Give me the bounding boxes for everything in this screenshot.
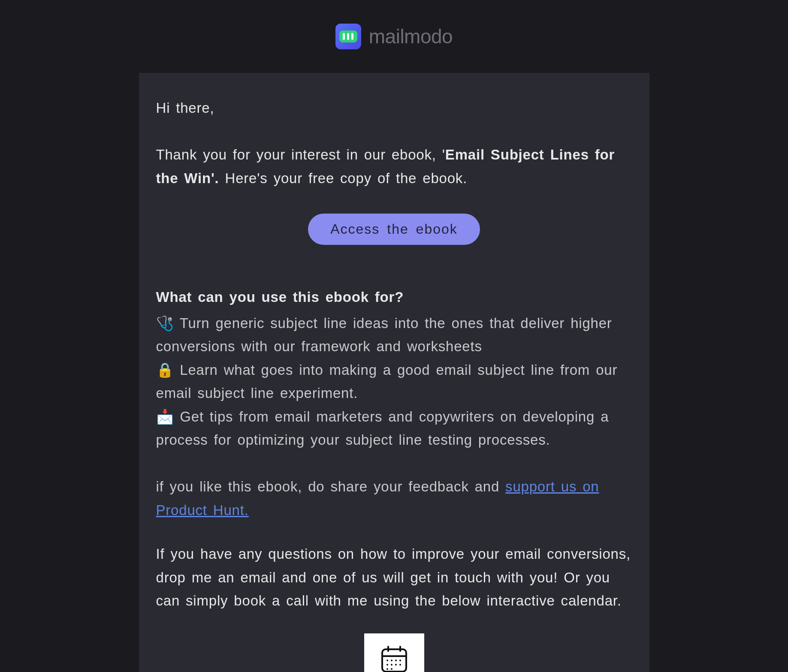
section-title: What can you use this ebook for? <box>156 286 632 309</box>
intro-suffix: Here's your free copy of the ebook. <box>219 170 468 186</box>
intro-paragraph: Thank you for your interest in our ebook… <box>156 143 632 190</box>
brand-header: mailmodo <box>13 4 775 73</box>
bullet-3: 📩 Get tips from email marketers and copy… <box>156 405 632 452</box>
feedback-prefix: if you like this ebook, do share your fe… <box>156 479 506 494</box>
feedback-paragraph: if you like this ebook, do share your fe… <box>156 475 632 522</box>
intro-prefix: Thank you for your interest in our ebook… <box>156 147 445 163</box>
calendar-icon <box>379 644 410 672</box>
brand-logo-mark-icon <box>335 24 361 49</box>
closing-paragraph: If you have any questions on how to impr… <box>156 542 632 612</box>
bullet-2: 🔒 Learn what goes into making a good ema… <box>156 359 632 405</box>
svg-point-16 <box>386 668 388 670</box>
bullet-1: 🩺 Turn generic subject line ideas into t… <box>156 312 632 359</box>
email-viewport: mailmodo Hi there, Thank you for your in… <box>0 0 788 672</box>
email-body-panel: Hi there, Thank you for your interest in… <box>139 73 649 672</box>
svg-point-12 <box>386 664 388 666</box>
svg-point-14 <box>395 664 397 666</box>
svg-point-17 <box>391 668 392 670</box>
access-ebook-button[interactable]: Access the ebook <box>308 214 480 245</box>
svg-point-8 <box>386 660 388 661</box>
calendar-row <box>156 633 632 672</box>
svg-point-10 <box>395 660 397 661</box>
svg-point-15 <box>399 664 401 666</box>
svg-rect-4 <box>382 649 406 672</box>
svg-point-11 <box>399 660 401 661</box>
cta-row: Access the ebook <box>156 214 632 245</box>
brand-name: mailmodo <box>369 25 453 48</box>
svg-rect-3 <box>351 33 353 40</box>
brand-logo: mailmodo <box>335 24 453 49</box>
interactive-calendar-widget[interactable] <box>364 633 424 672</box>
svg-point-13 <box>391 664 392 666</box>
svg-rect-2 <box>347 33 349 40</box>
svg-rect-1 <box>343 33 345 40</box>
greeting-text: Hi there, <box>156 96 632 120</box>
svg-point-9 <box>391 660 392 661</box>
